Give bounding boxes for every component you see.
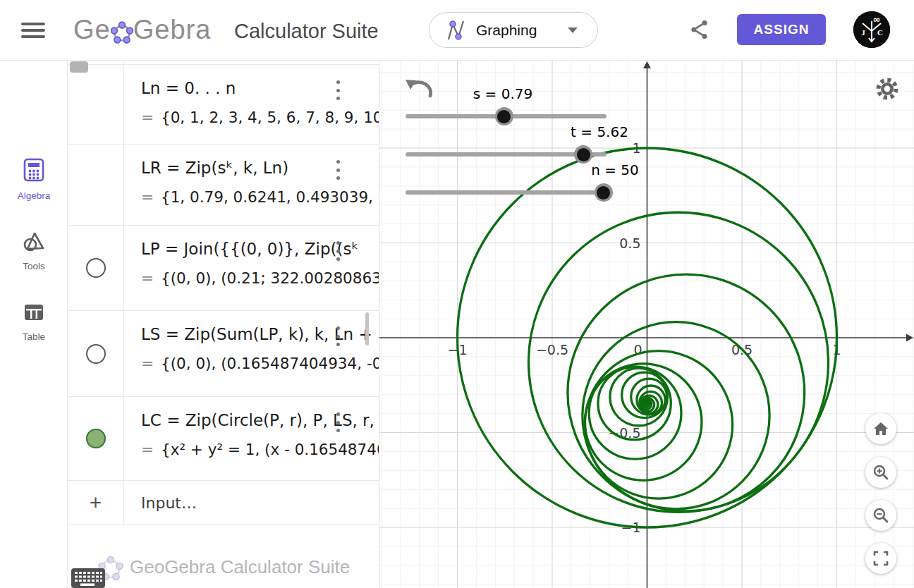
zoom-in-icon bbox=[872, 464, 889, 481]
geogebra-logo: Ge Gebra bbox=[73, 15, 211, 45]
row-gutter bbox=[68, 226, 124, 310]
zoom-in-button[interactable] bbox=[865, 457, 896, 488]
slider-handle[interactable] bbox=[595, 183, 613, 202]
algebra-row-LP[interactable]: LP = Join({{(0, 0)}, Zip((sᵏ ={(0, 0), (… bbox=[68, 226, 379, 311]
graph-view[interactable]: −1−0.500.5110.5−0.5−1 s = 0.79 t = 5.62 … bbox=[379, 61, 914, 588]
svg-text:C: C bbox=[877, 28, 883, 37]
clipped-slider-fragment bbox=[70, 61, 88, 73]
home-icon bbox=[872, 421, 889, 436]
scrollbar-thumb[interactable] bbox=[365, 312, 369, 345]
row-gutter bbox=[68, 397, 124, 480]
row-gutter bbox=[68, 65, 124, 144]
slider-label: s = 0.79 bbox=[473, 85, 532, 102]
chevron-down-icon bbox=[568, 27, 578, 33]
mode-label: Graphing bbox=[476, 22, 537, 39]
watermark-text: GeoGebra Calculator Suite bbox=[130, 556, 350, 578]
menu-icon[interactable] bbox=[21, 23, 45, 38]
tab-algebra[interactable]: Algebra bbox=[0, 158, 68, 201]
slider-handle[interactable] bbox=[574, 145, 592, 164]
zoom-out-icon bbox=[872, 507, 889, 524]
avatar[interactable]: ∞ J C bbox=[853, 11, 890, 48]
mode-selector[interactable]: Graphing bbox=[429, 12, 598, 48]
fullscreen-button[interactable] bbox=[865, 543, 896, 574]
svg-text:−0.5: −0.5 bbox=[536, 342, 568, 357]
graph-canvas[interactable]: −1−0.500.5110.5−0.5−1 bbox=[379, 61, 914, 588]
row-gutter: + bbox=[68, 481, 124, 525]
row-value: ={1, 0.79, 0.6241, 0.493039, 0. bbox=[141, 188, 379, 206]
slider-n[interactable]: n = 50 bbox=[406, 183, 607, 202]
tab-table-label: Table bbox=[0, 331, 68, 342]
row-gutter bbox=[68, 145, 124, 225]
view-rail: Algebra Tools Table bbox=[0, 61, 68, 588]
visibility-toggle[interactable] bbox=[86, 429, 106, 448]
tab-algebra-label: Algebra bbox=[0, 190, 68, 201]
visibility-toggle[interactable] bbox=[86, 258, 106, 278]
svg-text:∞: ∞ bbox=[873, 14, 881, 25]
fullscreen-icon bbox=[873, 551, 889, 566]
algebra-input[interactable]: Input… bbox=[124, 481, 379, 525]
share-icon[interactable] bbox=[689, 19, 710, 40]
row-menu-icon[interactable] bbox=[331, 241, 345, 261]
algebra-panel: Ln = 0. . . n ={0, 1, 2, 3, 4, 5, 6, 7, … bbox=[68, 61, 379, 588]
tools-icon bbox=[23, 231, 45, 252]
tab-table[interactable]: Table bbox=[0, 302, 68, 342]
algebra-row-Ln[interactable]: Ln = 0. . . n ={0, 1, 2, 3, 4, 5, 6, 7, … bbox=[68, 65, 379, 145]
slider-t[interactable]: t = 5.62 bbox=[406, 145, 607, 164]
table-icon bbox=[23, 302, 44, 323]
logo-text-ge: Ge bbox=[73, 15, 111, 45]
visibility-toggle[interactable] bbox=[86, 344, 106, 364]
algebra-row-LC[interactable]: LC = Zip(Circle(P, r), P, LS, r, ={x² + … bbox=[68, 397, 379, 481]
home-button[interactable] bbox=[865, 413, 896, 444]
avatar-monogram: ∞ J C bbox=[853, 11, 890, 48]
logo-text-gebra: Gebra bbox=[133, 15, 212, 45]
graphing-icon bbox=[446, 19, 466, 42]
settings-gear-icon[interactable] bbox=[875, 76, 900, 102]
svg-text:J: J bbox=[861, 28, 865, 37]
slider-handle[interactable] bbox=[495, 107, 513, 125]
row-gutter bbox=[68, 311, 124, 396]
row-menu-icon[interactable] bbox=[331, 412, 345, 432]
algebra-row-LR[interactable]: LR = Zip(sᵏ, k, Ln) ={1, 0.79, 0.6241, 0… bbox=[68, 145, 379, 226]
algebra-input-row[interactable]: + Input… bbox=[68, 481, 379, 525]
calculator-icon bbox=[23, 158, 44, 182]
row-value: ={x² + y² = 1, (x - 0.16548740 bbox=[141, 441, 379, 458]
row-menu-icon[interactable] bbox=[331, 326, 345, 346]
keyboard-icon[interactable] bbox=[71, 568, 105, 588]
app-title: Calculator Suite bbox=[234, 20, 379, 43]
add-icon[interactable]: + bbox=[90, 492, 102, 513]
logo-pentagon-dots-icon bbox=[110, 18, 134, 45]
slider-label: n = 50 bbox=[591, 161, 639, 178]
algebra-row-LS[interactable]: LS = Zip(Sum(LP, k), k, Ln + ={(0, 0), (… bbox=[68, 311, 379, 397]
row-menu-icon[interactable] bbox=[331, 160, 345, 180]
slider-track[interactable] bbox=[406, 190, 607, 195]
tab-tools[interactable]: Tools bbox=[0, 231, 68, 271]
assign-button[interactable]: ASSIGN bbox=[737, 14, 826, 45]
row-value: ={(0, 0), (0.165487404934, -0. bbox=[141, 355, 379, 372]
row-menu-icon[interactable] bbox=[331, 80, 345, 100]
svg-text:0.5: 0.5 bbox=[619, 235, 640, 251]
slider-label: t = 5.62 bbox=[571, 123, 628, 140]
row-value: ={(0, 0), (0.21; 322.00280863 bbox=[141, 269, 379, 287]
zoom-out-button[interactable] bbox=[865, 500, 896, 531]
top-bar: Ge Gebra Calculator Suite Graphing ASSIG… bbox=[0, 0, 914, 61]
tab-tools-label: Tools bbox=[0, 261, 68, 271]
undo-icon[interactable] bbox=[403, 75, 435, 102]
row-value: ={0, 1, 2, 3, 4, 5, 6, 7, 8, 9, 10 bbox=[141, 109, 379, 126]
